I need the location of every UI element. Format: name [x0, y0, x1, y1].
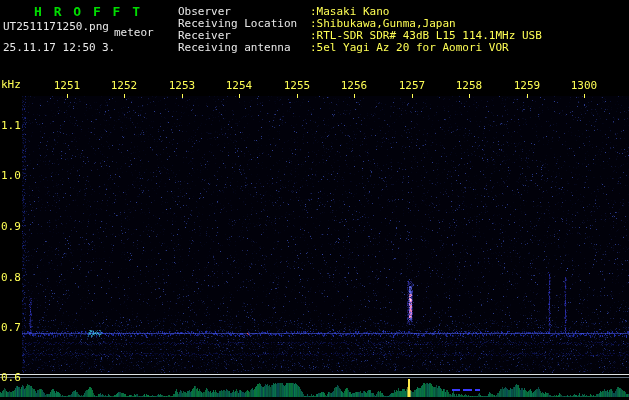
- y-tick: 0.6: [1, 372, 21, 383]
- count-label: 3.: [102, 42, 115, 53]
- x-tick: 1255: [281, 80, 313, 91]
- y-tick: 0.7: [1, 322, 21, 333]
- info-value-location: :Shibukawa,Gunma,Japan: [310, 18, 456, 29]
- x-tick: 1257: [396, 80, 428, 91]
- hrofft-screenshot: H R O F F T UT2511171250.png meteor 25.1…: [0, 0, 629, 400]
- info-value-observer: :Masaki Kano: [310, 6, 389, 17]
- y-axis-unit-label: kHz: [1, 79, 21, 90]
- info-value-receiver: :RTL-SDR SDR# 43dB L15 114.1MHz USB: [310, 30, 542, 41]
- info-label-receiver: Receiver: [178, 30, 231, 41]
- y-tick: 1.0: [1, 170, 21, 181]
- x-tick: 1253: [166, 80, 198, 91]
- x-tick: 1251: [51, 80, 83, 91]
- station-label: meteor: [114, 27, 154, 38]
- app-title: H R O F F T: [34, 5, 142, 18]
- y-tick: 0.9: [1, 221, 21, 232]
- y-tick: 0.8: [1, 272, 21, 283]
- info-value-antenna: :5el Yagi Az 20 for Aomori VOR: [310, 42, 509, 53]
- y-tick: 1.1: [1, 120, 21, 131]
- x-tick: 1259: [511, 80, 543, 91]
- x-tick: 1300: [568, 80, 600, 91]
- x-tick: 1256: [338, 80, 370, 91]
- info-label-antenna: Receiving antenna: [178, 42, 291, 53]
- x-tick: 1252: [108, 80, 140, 91]
- datetime-label: 25.11.17 12:50: [3, 42, 96, 53]
- x-tick: 1258: [453, 80, 485, 91]
- info-label-observer: Observer: [178, 6, 231, 17]
- filename-label: UT2511171250.png: [3, 21, 109, 32]
- x-tick: 1254: [223, 80, 255, 91]
- info-label-location: Receiving Location: [178, 18, 297, 29]
- spectrogram-canvas: [0, 0, 629, 400]
